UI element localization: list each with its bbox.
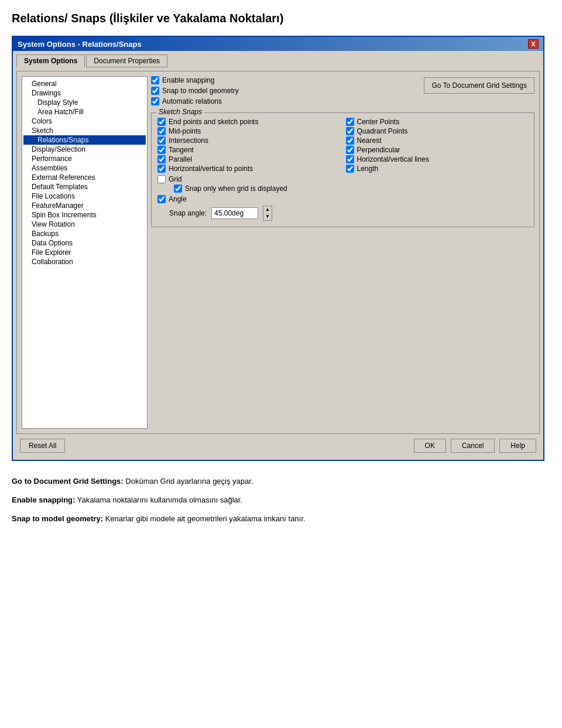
- tree-item-collaboration[interactable]: Collaboration: [23, 257, 146, 266]
- tree-item-relations-snaps[interactable]: Relations/Snaps: [23, 135, 146, 145]
- tree-item-drawings[interactable]: Drawings: [23, 88, 146, 98]
- tree-item-backups[interactable]: Backups: [23, 229, 146, 238]
- tree-item-default-templates[interactable]: Default Templates: [23, 182, 146, 192]
- tree-item-data-options[interactable]: Data Options: [23, 238, 146, 248]
- snap-midpoints-row[interactable]: Mid-points: [157, 127, 340, 135]
- dialog-close-button[interactable]: X: [528, 39, 539, 49]
- tree-item-view-rotation[interactable]: View Rotation: [23, 220, 146, 229]
- snap-midpoints-label: Mid-points: [169, 127, 201, 135]
- tree-item-sketch[interactable]: Sketch: [23, 126, 146, 135]
- automatic-relations-label: Automatic relations: [162, 97, 222, 105]
- snap-grid-row[interactable]: Grid: [157, 175, 528, 183]
- snap-only-when-grid-row[interactable]: Snap only when grid is displayed: [174, 184, 528, 193]
- enable-snapping-label: Enable snapping: [162, 76, 214, 84]
- cancel-button[interactable]: Cancel: [451, 439, 495, 453]
- snap-horiz-vert-lines-row[interactable]: Horizontal/vertical lines: [346, 155, 529, 163]
- ok-cancel-help-row: OK Cancel Help: [414, 439, 536, 453]
- snap-length-row[interactable]: Length: [346, 165, 529, 173]
- page-descriptions: Go to Document Grid Settings: Doküman Gr…: [12, 475, 550, 525]
- tree-item-file-explorer[interactable]: File Explorer: [23, 248, 146, 257]
- angle-spinner[interactable]: ▲ ▼: [263, 206, 272, 221]
- dialog-content: General Drawings Display Style Area Hatc…: [16, 71, 540, 434]
- snap-grid-checkbox[interactable]: [157, 175, 166, 183]
- enable-snapping-checkbox[interactable]: [151, 76, 159, 84]
- desc-enable-snapping-term: Enable snapping:: [12, 495, 75, 504]
- snap-endpoints-row[interactable]: End points and sketch points: [157, 118, 340, 126]
- reset-all-button[interactable]: Reset All: [20, 439, 65, 453]
- tree-item-assemblies[interactable]: Assemblies: [23, 163, 146, 173]
- snap-endpoints-checkbox[interactable]: [157, 118, 166, 126]
- desc-snap-model-text: Kenarlar gibi modele ait geometrileri ya…: [105, 514, 306, 523]
- sketch-snaps-group-label: Sketch Snaps: [156, 108, 204, 116]
- snap-horiz-vert-lines-checkbox[interactable]: [346, 155, 354, 163]
- snap-angle-input[interactable]: [211, 207, 258, 219]
- snap-angle-input-label: Snap angle:: [169, 209, 207, 217]
- page-title: Relations/ Snaps (İlişkiler ve Yakalama …: [12, 12, 550, 25]
- tree-item-general[interactable]: General: [23, 79, 146, 88]
- snap-parallel-checkbox[interactable]: [157, 155, 166, 163]
- top-options-row: Enable snapping Snap to model geometry A…: [151, 76, 534, 105]
- snap-angle-row[interactable]: Angle: [157, 195, 528, 203]
- angle-spinner-up[interactable]: ▲: [263, 206, 272, 213]
- snap-endpoints-label: End points and sketch points: [169, 118, 258, 126]
- tree-item-feature-manager[interactable]: FeatureManager: [23, 201, 146, 210]
- options-panel: Enable snapping Snap to model geometry A…: [151, 76, 534, 429]
- snap-horiz-vert-points-row[interactable]: Horizontal/vertical to points: [157, 165, 340, 173]
- snap-tangent-label: Tangent: [169, 146, 194, 154]
- help-button[interactable]: Help: [499, 439, 536, 453]
- snap-only-when-grid-checkbox[interactable]: [174, 184, 182, 193]
- automatic-relations-row[interactable]: Automatic relations: [151, 97, 239, 105]
- snap-perpendicular-label: Perpendicular: [357, 146, 400, 154]
- sketch-snaps-group: Sketch Snaps End points and sketch point…: [151, 112, 534, 227]
- tree-item-performance[interactable]: Performance: [23, 154, 146, 163]
- snap-parallel-label: Parallel: [169, 155, 192, 163]
- snap-nearest-label: Nearest: [357, 136, 382, 145]
- snap-angle-checkbox[interactable]: [157, 195, 166, 203]
- desc-enable-snapping-text: Yakalama noktalarını kullanımda olmasını…: [77, 495, 242, 504]
- snap-parallel-row[interactable]: Parallel: [157, 155, 340, 163]
- tree-item-display-selection[interactable]: Display/Selection: [23, 145, 146, 154]
- tab-bar: System Options Document Properties: [16, 54, 540, 67]
- snap-options-grid: End points and sketch points Center Poin…: [157, 118, 528, 173]
- tree-item-colors[interactable]: Colors: [23, 117, 146, 126]
- snap-model-geometry-row[interactable]: Snap to model geometry: [151, 87, 239, 95]
- dialog-title-label: System Options - Relations/Snaps: [18, 40, 142, 49]
- tab-system-options[interactable]: System Options: [16, 54, 85, 67]
- snap-nearest-checkbox[interactable]: [346, 136, 354, 145]
- angle-spinner-down[interactable]: ▼: [263, 213, 272, 220]
- snap-length-checkbox[interactable]: [346, 165, 354, 173]
- ok-button[interactable]: OK: [414, 439, 446, 453]
- tree-item-external-references[interactable]: External References: [23, 173, 146, 182]
- snap-tangent-row[interactable]: Tangent: [157, 146, 340, 154]
- desc-snap-model-term: Snap to model geometry:: [12, 514, 103, 523]
- snap-tangent-checkbox[interactable]: [157, 146, 166, 154]
- desc-enable-snapping: Enable snapping: Yakalama noktalarını ku…: [12, 494, 550, 507]
- goto-grid-settings-button[interactable]: Go To Document Grid Settings: [424, 77, 534, 94]
- desc-goto-text: Doküman Grid ayarlarına geçiş yapar.: [125, 477, 253, 486]
- snap-center-checkbox[interactable]: [346, 118, 354, 126]
- tree-item-area-hatch[interactable]: Area Hatch/Fill: [23, 107, 146, 117]
- desc-snap-model: Snap to model geometry: Kenarlar gibi mo…: [12, 512, 550, 525]
- tree-panel: General Drawings Display Style Area Hatc…: [22, 76, 148, 429]
- automatic-relations-checkbox[interactable]: [151, 97, 159, 105]
- dialog-window: System Options - Relations/Snaps X Syste…: [12, 36, 544, 461]
- tree-item-display-style[interactable]: Display Style: [23, 98, 146, 107]
- snap-quadrant-row[interactable]: Quadrant Points: [346, 127, 529, 135]
- snap-grid-label: Grid: [169, 175, 182, 183]
- dialog-body: System Options Document Properties Gener…: [13, 51, 543, 460]
- snap-perpendicular-row[interactable]: Perpendicular: [346, 146, 529, 154]
- tree-item-spin-box[interactable]: Spin Box Increments: [23, 210, 146, 220]
- snap-intersections-checkbox[interactable]: [157, 136, 166, 145]
- snap-perpendicular-checkbox[interactable]: [346, 146, 354, 154]
- snap-nearest-row[interactable]: Nearest: [346, 136, 529, 145]
- snap-midpoints-checkbox[interactable]: [157, 127, 166, 135]
- snap-intersections-row[interactable]: Intersections: [157, 136, 340, 145]
- tab-document-properties[interactable]: Document Properties: [86, 54, 167, 67]
- snap-quadrant-checkbox[interactable]: [346, 127, 354, 135]
- snap-horiz-vert-points-checkbox[interactable]: [157, 165, 166, 173]
- snap-model-geometry-checkbox[interactable]: [151, 87, 159, 95]
- enable-snapping-row[interactable]: Enable snapping: [151, 76, 239, 84]
- snap-horiz-vert-points-label: Horizontal/vertical to points: [169, 165, 253, 173]
- tree-item-file-locations[interactable]: File Locations: [23, 192, 146, 201]
- snap-center-row[interactable]: Center Points: [346, 118, 529, 126]
